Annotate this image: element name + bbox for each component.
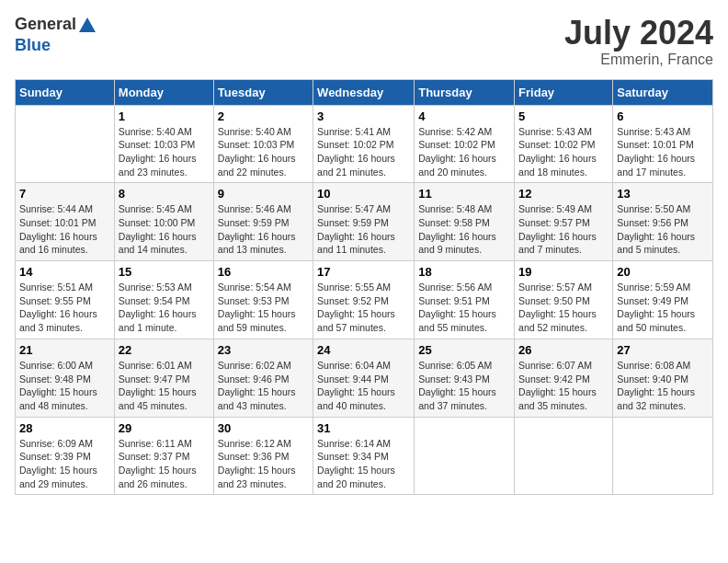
table-cell: 28 Sunrise: 6:09 AMSunset: 9:39 PMDaylig… (16, 417, 115, 495)
day-number: 12 (518, 187, 609, 201)
day-info: Sunrise: 6:02 AMSunset: 9:46 PMDaylight:… (218, 360, 296, 411)
day-info: Sunrise: 5:50 AMSunset: 9:56 PMDaylight:… (617, 203, 695, 255)
table-cell: 15 Sunrise: 5:53 AMSunset: 9:54 PMDaylig… (114, 261, 213, 339)
day-number: 21 (19, 343, 110, 357)
month-title: July 2024 (564, 15, 713, 52)
day-number: 22 (119, 343, 210, 357)
day-number: 24 (317, 343, 410, 357)
table-cell: 26 Sunrise: 6:07 AMSunset: 9:42 PMDaylig… (515, 339, 613, 417)
week-row-3: 14 Sunrise: 5:51 AMSunset: 9:55 PMDaylig… (16, 261, 713, 339)
location: Emmerin, France (564, 52, 713, 68)
day-info: Sunrise: 5:55 AMSunset: 9:52 PMDaylight:… (317, 282, 395, 333)
day-info: Sunrise: 5:40 AMSunset: 10:03 PMDaylight… (119, 126, 197, 178)
day-number: 14 (19, 265, 110, 279)
logo-general: General (15, 15, 76, 33)
day-info: Sunrise: 6:11 AMSunset: 9:37 PMDaylight:… (119, 438, 197, 489)
calendar-header-row: Sunday Monday Tuesday Wednesday Thursday… (16, 79, 713, 105)
title-block: July 2024 Emmerin, France (564, 15, 713, 68)
logo-icon (77, 16, 97, 36)
table-cell: 5 Sunrise: 5:43 AMSunset: 10:02 PMDaylig… (515, 105, 613, 183)
day-number: 2 (218, 109, 309, 123)
col-thursday: Thursday (415, 79, 515, 105)
day-info: Sunrise: 5:43 AMSunset: 10:02 PMDaylight… (518, 126, 597, 178)
page-container: General Blue July 2024 Emmerin, France S… (0, 0, 728, 502)
day-info: Sunrise: 5:57 AMSunset: 9:50 PMDaylight:… (518, 282, 597, 333)
week-row-2: 7 Sunrise: 5:44 AMSunset: 10:01 PMDaylig… (16, 183, 713, 261)
table-cell: 11 Sunrise: 5:48 AMSunset: 9:58 PMDaylig… (415, 183, 515, 261)
day-info: Sunrise: 5:49 AMSunset: 9:57 PMDaylight:… (518, 203, 597, 255)
table-cell: 2 Sunrise: 5:40 AMSunset: 10:03 PMDaylig… (213, 105, 313, 183)
day-info: Sunrise: 5:48 AMSunset: 9:58 PMDaylight:… (418, 203, 496, 255)
table-cell: 20 Sunrise: 5:59 AMSunset: 9:49 PMDaylig… (613, 261, 713, 339)
table-cell: 4 Sunrise: 5:42 AMSunset: 10:02 PMDaylig… (415, 105, 515, 183)
day-number: 30 (218, 421, 309, 435)
day-number: 5 (518, 109, 609, 123)
day-number: 13 (617, 187, 709, 201)
table-cell: 24 Sunrise: 6:04 AMSunset: 9:44 PMDaylig… (313, 339, 415, 417)
day-number: 25 (418, 343, 510, 357)
day-info: Sunrise: 5:44 AMSunset: 10:01 PMDaylight… (19, 203, 97, 255)
day-info: Sunrise: 5:42 AMSunset: 10:02 PMDaylight… (418, 126, 496, 178)
table-cell: 22 Sunrise: 6:01 AMSunset: 9:47 PMDaylig… (114, 339, 213, 417)
page-header: General Blue July 2024 Emmerin, France (15, 15, 713, 68)
day-number: 7 (19, 187, 110, 201)
week-row-5: 28 Sunrise: 6:09 AMSunset: 9:39 PMDaylig… (16, 417, 713, 495)
day-info: Sunrise: 5:40 AMSunset: 10:03 PMDaylight… (218, 126, 296, 178)
col-friday: Friday (515, 79, 613, 105)
table-cell: 12 Sunrise: 5:49 AMSunset: 9:57 PMDaylig… (515, 183, 613, 261)
day-number: 9 (218, 187, 309, 201)
table-cell: 31 Sunrise: 6:14 AMSunset: 9:34 PMDaylig… (313, 417, 415, 495)
col-tuesday: Tuesday (213, 79, 313, 105)
day-info: Sunrise: 6:12 AMSunset: 9:36 PMDaylight:… (218, 438, 296, 489)
day-info: Sunrise: 6:14 AMSunset: 9:34 PMDaylight:… (317, 438, 395, 489)
table-cell: 19 Sunrise: 5:57 AMSunset: 9:50 PMDaylig… (515, 261, 613, 339)
logo-text: General Blue (15, 15, 98, 55)
table-cell: 8 Sunrise: 5:45 AMSunset: 10:00 PMDaylig… (114, 183, 213, 261)
day-number: 20 (617, 265, 709, 279)
table-cell (515, 417, 613, 495)
day-info: Sunrise: 5:46 AMSunset: 9:59 PMDaylight:… (218, 203, 296, 255)
day-info: Sunrise: 5:53 AMSunset: 9:54 PMDaylight:… (119, 282, 197, 333)
logo: General Blue (15, 15, 98, 55)
day-info: Sunrise: 6:08 AMSunset: 9:40 PMDaylight:… (617, 360, 695, 411)
table-cell: 17 Sunrise: 5:55 AMSunset: 9:52 PMDaylig… (313, 261, 415, 339)
day-info: Sunrise: 5:43 AMSunset: 10:01 PMDaylight… (617, 126, 695, 178)
day-number: 15 (119, 265, 210, 279)
day-number: 31 (317, 421, 410, 435)
day-number: 6 (617, 109, 709, 123)
day-number: 19 (518, 265, 609, 279)
day-number: 27 (617, 343, 709, 357)
table-cell: 23 Sunrise: 6:02 AMSunset: 9:46 PMDaylig… (213, 339, 313, 417)
col-sunday: Sunday (16, 79, 115, 105)
week-row-1: 1 Sunrise: 5:40 AMSunset: 10:03 PMDaylig… (16, 105, 713, 183)
col-wednesday: Wednesday (313, 79, 415, 105)
table-cell (613, 417, 713, 495)
day-number: 29 (119, 421, 210, 435)
day-number: 1 (119, 109, 210, 123)
day-number: 11 (418, 187, 510, 201)
day-number: 23 (218, 343, 309, 357)
table-cell: 1 Sunrise: 5:40 AMSunset: 10:03 PMDaylig… (114, 105, 213, 183)
logo-blue: Blue (15, 36, 51, 54)
table-cell: 25 Sunrise: 6:05 AMSunset: 9:43 PMDaylig… (415, 339, 515, 417)
table-cell: 10 Sunrise: 5:47 AMSunset: 9:59 PMDaylig… (313, 183, 415, 261)
day-info: Sunrise: 5:59 AMSunset: 9:49 PMDaylight:… (617, 282, 695, 333)
table-cell: 6 Sunrise: 5:43 AMSunset: 10:01 PMDaylig… (613, 105, 713, 183)
table-cell: 21 Sunrise: 6:00 AMSunset: 9:48 PMDaylig… (16, 339, 115, 417)
day-info: Sunrise: 5:56 AMSunset: 9:51 PMDaylight:… (418, 282, 496, 333)
day-info: Sunrise: 6:07 AMSunset: 9:42 PMDaylight:… (518, 360, 597, 411)
col-saturday: Saturday (613, 79, 713, 105)
day-number: 10 (317, 187, 410, 201)
day-number: 18 (418, 265, 510, 279)
day-number: 26 (518, 343, 609, 357)
day-number: 8 (119, 187, 210, 201)
day-number: 28 (19, 421, 110, 435)
calendar-table: Sunday Monday Tuesday Wednesday Thursday… (15, 79, 713, 496)
day-info: Sunrise: 6:09 AMSunset: 9:39 PMDaylight:… (19, 438, 97, 489)
table-cell: 30 Sunrise: 6:12 AMSunset: 9:36 PMDaylig… (213, 417, 313, 495)
table-cell: 9 Sunrise: 5:46 AMSunset: 9:59 PMDayligh… (213, 183, 313, 261)
table-cell: 7 Sunrise: 5:44 AMSunset: 10:01 PMDaylig… (16, 183, 115, 261)
table-cell: 18 Sunrise: 5:56 AMSunset: 9:51 PMDaylig… (415, 261, 515, 339)
table-cell (415, 417, 515, 495)
day-info: Sunrise: 5:41 AMSunset: 10:02 PMDaylight… (317, 126, 395, 178)
